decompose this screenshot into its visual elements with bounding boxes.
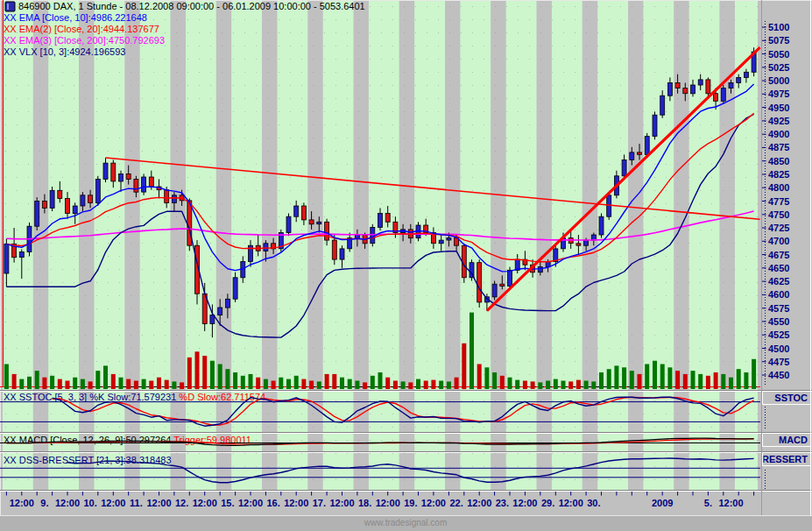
panel-tab-sstoc-label: SSTOC xyxy=(774,393,808,403)
price-tick-label: 4725 xyxy=(768,223,789,233)
price-tick-label: 5100 xyxy=(768,22,789,32)
price-tick-label: 4900 xyxy=(768,129,789,139)
price-tick-label: 5075 xyxy=(768,35,789,46)
time-tick-label: 12:00 xyxy=(101,498,125,508)
panel-tab-macd[interactable]: MACD xyxy=(763,434,811,447)
time-tick-label: 12:00 xyxy=(193,498,217,508)
time-tick-label: 12:00 xyxy=(146,498,171,508)
price-tick-label: 4850 xyxy=(768,156,789,166)
time-tick-label: 22. xyxy=(449,498,462,508)
price-tick-label: 4575 xyxy=(768,303,789,314)
sstoc-plot-area[interactable] xyxy=(0,392,761,432)
time-tick-label: 19. xyxy=(404,498,417,508)
price-tick-label: 5000 xyxy=(768,75,789,86)
time-tick-label: 23. xyxy=(496,498,509,508)
macd-plot-area[interactable] xyxy=(0,434,761,451)
time-tick-label: 12:00 xyxy=(467,498,491,508)
price-tick-label: 4675 xyxy=(768,250,789,260)
price-tick-label: 4950 xyxy=(768,103,789,113)
price-tick-label: 4650 xyxy=(768,263,789,273)
price-tick-label: 4775 xyxy=(768,196,789,207)
price-tick-label: 4875 xyxy=(768,142,789,152)
time-tick-label: 29. xyxy=(541,498,554,508)
time-tick-label: 2009 xyxy=(652,498,673,508)
panel-tab-macd-label: MACD xyxy=(779,435,808,445)
price-tick-label: 4800 xyxy=(768,182,789,193)
price-tick-label: 4925 xyxy=(768,116,789,126)
time-tick-label: 12:00 xyxy=(238,498,263,508)
watermark-bar: www.tradesignal.com xyxy=(0,516,812,531)
time-tick-label: 9. xyxy=(40,498,48,508)
time-tick-label: 17. xyxy=(313,498,326,508)
time-tick-label: 12:00 xyxy=(559,498,583,508)
time-tick-label: 12:00 xyxy=(329,498,354,508)
panel-tab-sstoc[interactable]: SSTOC xyxy=(763,392,811,405)
time-tick-label: 5. xyxy=(704,498,712,508)
price-tick-label: 4450 xyxy=(768,370,789,380)
time-tick-label: 30. xyxy=(587,498,600,508)
chart-canvas: 846900 DAX, 1 Stunde - 08.12.2008 09:00:… xyxy=(0,0,812,531)
tradesignal-chart-window: 846900 DAX, 1 Stunde - 08.12.2008 09:00:… xyxy=(0,0,812,531)
time-tick-label: 11. xyxy=(130,498,143,508)
chart-window-icon xyxy=(5,2,15,11)
price-tick-label: 4625 xyxy=(768,276,789,287)
price-tick-label: 4700 xyxy=(768,236,789,246)
price-tick-label: 4500 xyxy=(768,343,789,354)
time-tick-label: 18. xyxy=(358,498,371,508)
dss-plot-area[interactable] xyxy=(0,453,761,490)
time-tick-label: 12:00 xyxy=(284,498,308,508)
price-tick-label: 4975 xyxy=(768,88,789,99)
price-tick-label: 4600 xyxy=(768,289,789,300)
main-plot-area[interactable] xyxy=(0,12,761,390)
price-tick-label: 5025 xyxy=(768,62,789,73)
time-tick-label: 15. xyxy=(221,498,234,508)
chart-title: 846900 DAX, 1 Stunde - 08.12.2008 09:00:… xyxy=(18,1,365,11)
time-tick-label: 12:00 xyxy=(421,498,446,508)
time-tick-label: 12:00 xyxy=(718,498,743,508)
time-tick-label: 12:00 xyxy=(512,498,537,508)
time-tick-label: 10. xyxy=(83,498,96,508)
time-tick-label: 12:00 xyxy=(55,498,80,508)
price-tick-label: 5050 xyxy=(768,49,789,60)
chart-title-row: 846900 DAX, 1 Stunde - 08.12.2008 09:00:… xyxy=(5,1,365,11)
price-tick-label: 4525 xyxy=(768,329,789,340)
time-tick-label: 12. xyxy=(175,498,188,508)
price-tick-label: 4825 xyxy=(768,169,789,180)
price-tick-label: 4550 xyxy=(768,316,789,327)
time-tick-label: 12:00 xyxy=(376,498,400,508)
watermark-text: www.tradesignal.com xyxy=(364,518,447,527)
price-tick-label: 4750 xyxy=(768,209,789,220)
time-tick-label: 12:00 xyxy=(10,498,34,508)
time-tick-label: 16. xyxy=(266,498,279,508)
price-tick-label: 4475 xyxy=(768,357,789,367)
